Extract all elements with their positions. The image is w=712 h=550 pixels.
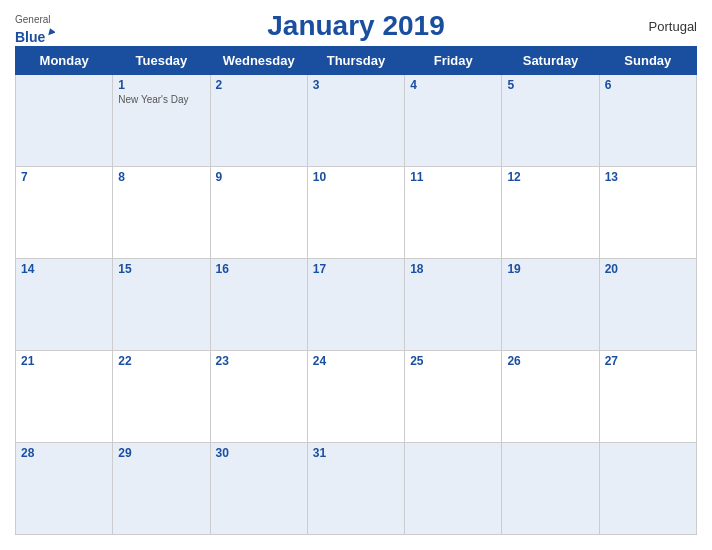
weekday-header-wednesday: Wednesday — [210, 47, 307, 75]
day-number: 7 — [21, 170, 107, 184]
week-row-0: 1New Year's Day23456 — [16, 75, 697, 167]
day-number: 28 — [21, 446, 107, 460]
calendar-cell: 16 — [210, 259, 307, 351]
day-number: 5 — [507, 78, 593, 92]
calendar-cell: 30 — [210, 443, 307, 535]
day-number: 14 — [21, 262, 107, 276]
weekday-header-row: MondayTuesdayWednesdayThursdayFridaySatu… — [16, 47, 697, 75]
calendar-cell: 26 — [502, 351, 599, 443]
calendar-cell: 19 — [502, 259, 599, 351]
weekday-header-saturday: Saturday — [502, 47, 599, 75]
day-number: 15 — [118, 262, 204, 276]
calendar-cell: 27 — [599, 351, 696, 443]
calendar-cell: 18 — [405, 259, 502, 351]
calendar-cell: 22 — [113, 351, 210, 443]
day-number: 2 — [216, 78, 302, 92]
calendar-cell: 20 — [599, 259, 696, 351]
logo-general-text: General — [15, 14, 51, 26]
calendar-cell: 4 — [405, 75, 502, 167]
day-number: 24 — [313, 354, 399, 368]
calendar-cell: 11 — [405, 167, 502, 259]
day-number: 21 — [21, 354, 107, 368]
day-number: 13 — [605, 170, 691, 184]
week-row-3: 21222324252627 — [16, 351, 697, 443]
calendar-title: January 2019 — [267, 10, 444, 42]
calendar-cell — [599, 443, 696, 535]
calendar-table: MondayTuesdayWednesdayThursdayFridaySatu… — [15, 46, 697, 535]
logo-bird-icon: Blue — [15, 26, 55, 46]
svg-marker-1 — [46, 27, 55, 35]
svg-text:Blue: Blue — [15, 29, 46, 45]
week-row-2: 14151617181920 — [16, 259, 697, 351]
day-number: 22 — [118, 354, 204, 368]
day-number: 26 — [507, 354, 593, 368]
weekday-header-thursday: Thursday — [307, 47, 404, 75]
calendar-cell: 12 — [502, 167, 599, 259]
day-number: 1 — [118, 78, 204, 92]
calendar-cell: 5 — [502, 75, 599, 167]
calendar-cell — [405, 443, 502, 535]
day-number: 20 — [605, 262, 691, 276]
day-number: 19 — [507, 262, 593, 276]
day-number: 8 — [118, 170, 204, 184]
day-number: 6 — [605, 78, 691, 92]
day-number: 30 — [216, 446, 302, 460]
holiday-label: New Year's Day — [118, 94, 204, 105]
calendar-cell: 3 — [307, 75, 404, 167]
calendar-cell — [502, 443, 599, 535]
calendar-cell: 24 — [307, 351, 404, 443]
calendar-cell: 8 — [113, 167, 210, 259]
calendar-cell: 17 — [307, 259, 404, 351]
day-number: 10 — [313, 170, 399, 184]
weekday-header-friday: Friday — [405, 47, 502, 75]
calendar-cell: 9 — [210, 167, 307, 259]
country-label: Portugal — [649, 19, 697, 34]
day-number: 3 — [313, 78, 399, 92]
weekday-header-monday: Monday — [16, 47, 113, 75]
calendar-cell: 1New Year's Day — [113, 75, 210, 167]
calendar-header: General Blue January 2019 Portugal — [15, 10, 697, 42]
day-number: 9 — [216, 170, 302, 184]
day-number: 27 — [605, 354, 691, 368]
day-number: 23 — [216, 354, 302, 368]
calendar-cell: 10 — [307, 167, 404, 259]
calendar-cell: 29 — [113, 443, 210, 535]
calendar-cell: 25 — [405, 351, 502, 443]
calendar-cell: 6 — [599, 75, 696, 167]
calendar-cell: 7 — [16, 167, 113, 259]
calendar-cell: 28 — [16, 443, 113, 535]
calendar-cell — [16, 75, 113, 167]
day-number: 29 — [118, 446, 204, 460]
calendar-cell: 23 — [210, 351, 307, 443]
weekday-header-sunday: Sunday — [599, 47, 696, 75]
day-number: 11 — [410, 170, 496, 184]
week-row-1: 78910111213 — [16, 167, 697, 259]
calendar-cell: 2 — [210, 75, 307, 167]
calendar-cell: 13 — [599, 167, 696, 259]
weekday-header-tuesday: Tuesday — [113, 47, 210, 75]
day-number: 12 — [507, 170, 593, 184]
calendar-cell: 31 — [307, 443, 404, 535]
logo-blue-text: Blue — [15, 26, 55, 50]
logo: General Blue — [15, 14, 55, 50]
calendar-cell: 21 — [16, 351, 113, 443]
week-row-4: 28293031 — [16, 443, 697, 535]
calendar-cell: 15 — [113, 259, 210, 351]
day-number: 18 — [410, 262, 496, 276]
day-number: 17 — [313, 262, 399, 276]
calendar-cell: 14 — [16, 259, 113, 351]
day-number: 4 — [410, 78, 496, 92]
day-number: 16 — [216, 262, 302, 276]
day-number: 31 — [313, 446, 399, 460]
day-number: 25 — [410, 354, 496, 368]
